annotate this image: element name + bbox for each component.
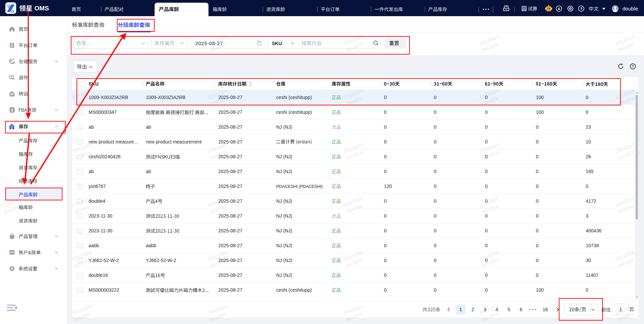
svg-text:?: ? [632,64,634,68]
svg-text:a: a [11,108,13,111]
svg-text:?: ? [580,7,582,11]
svg-text:$: $ [10,251,12,254]
